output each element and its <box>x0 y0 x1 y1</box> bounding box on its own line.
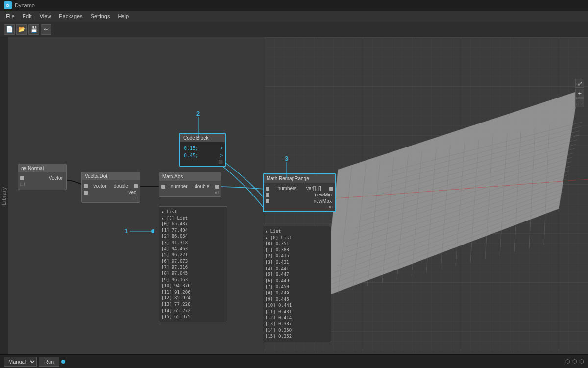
list2-item-1: [1] 0.388 <box>265 247 329 253</box>
new-button[interactable]: 📄 <box>4 24 15 35</box>
port-vec-in[interactable] <box>84 191 88 195</box>
annotation-2-line <box>198 117 199 137</box>
node-plane-normal-title: ne.Normal <box>21 166 44 171</box>
port-numbers-label: numbers <box>276 186 298 191</box>
list2-item-10: [10] 0.441 <box>265 302 329 309</box>
list2-item-4: [4] 0.441 <box>265 266 329 272</box>
menu-help[interactable]: Help <box>114 13 133 19</box>
remap-row-newmin: newMin <box>266 192 333 197</box>
port-numbers-in[interactable] <box>266 187 270 191</box>
node-code-block[interactable]: Code Block 0.15; > 0.45; > ⬛ <box>179 133 226 167</box>
list1-item-13: [13] 77.228 <box>161 301 225 308</box>
canvas: ne.Normal Vector □ ! Vector.Dot vector d… <box>8 37 588 354</box>
list-panel-1: ▴ List ▴ [0] List [0] 65.437 [1] 77.404 … <box>159 206 227 322</box>
port-double-out-abs[interactable] <box>215 185 219 189</box>
zoom-fit-button[interactable]: ⤢ <box>575 79 584 88</box>
list2-item-6: [6] 0.449 <box>265 278 329 284</box>
library-label: Library <box>1 187 7 205</box>
node-vector-dot-row1: vector double <box>84 183 138 189</box>
list2-item-0: [0] 0.351 <box>265 241 329 247</box>
node-math-abs-body: number double ■ ! <box>159 181 221 196</box>
menu-edit[interactable]: Edit <box>19 13 36 19</box>
port-double-out-label: double <box>112 183 130 189</box>
undo-button[interactable]: ↩ <box>41 24 51 35</box>
port-varout[interactable] <box>329 187 333 191</box>
menu-settings[interactable]: Settings <box>87 13 114 19</box>
status-icons: ⬡ ⬡ ⬡ <box>565 358 584 365</box>
code-out-2: > <box>220 153 223 158</box>
run-mode-select[interactable]: Manual <box>4 357 37 367</box>
menu-view[interactable]: View <box>36 13 55 19</box>
port-vector-in[interactable] <box>84 184 88 188</box>
menu-packages[interactable]: Packages <box>55 13 86 19</box>
save-button[interactable]: 💾 <box>28 24 39 35</box>
port-vector-in-label: vector <box>92 183 108 189</box>
port-varout-label: var[]..[] <box>305 186 323 191</box>
annotation-1-label: 1 <box>124 227 128 235</box>
port-number-in[interactable] <box>161 185 165 189</box>
port-double-out[interactable] <box>134 184 138 188</box>
remap-row-numbers: numbers var[]..[] <box>266 186 333 191</box>
list2-item-13: [13] 0.387 <box>265 321 329 327</box>
node-plane-normal[interactable]: ne.Normal Vector □ ! <box>18 164 67 190</box>
annotation-3-label: 3 <box>285 155 288 162</box>
code-block-row1: 0.15; > <box>182 145 223 151</box>
list2-item-9: [9] 0.446 <box>265 296 329 303</box>
node-plane-normal-row: Vector <box>20 175 64 181</box>
list1-item-1: [1] 77.404 <box>161 227 225 234</box>
app-title: Dynamo <box>15 2 35 8</box>
node-code-block-body: 0.15; > 0.45; > ⬛ <box>180 142 225 166</box>
port-vec-in-label: vec <box>127 190 138 195</box>
port-double-out-abs-label: double <box>193 184 211 189</box>
node-vector-dot-row2: vec <box>84 190 138 195</box>
list1-subtitle: ▴ [0] List <box>161 215 225 221</box>
node-math-abs-title: Math.Abs <box>162 174 183 179</box>
code-value-2: 0.45; <box>182 152 200 159</box>
port-vector-out[interactable] <box>20 176 24 180</box>
run-button[interactable]: Run <box>39 357 59 367</box>
list1-item-10: [10] 94.376 <box>161 283 225 289</box>
list1-item-8: [8] 97.045 <box>161 270 225 277</box>
code-block-row2: 0.45; > <box>182 152 223 159</box>
list2-title: ▴ List <box>265 228 329 235</box>
list1-item-12: [12] 85.924 <box>161 295 225 301</box>
zoom-controls: ⤢ + − <box>575 79 584 107</box>
annotation-1-group: 1 <box>124 227 154 235</box>
zoom-out-button[interactable]: − <box>575 98 584 107</box>
list2-item-5: [5] 0.447 <box>265 271 329 278</box>
menu-file[interactable]: File <box>2 13 19 19</box>
port-newmin-in[interactable] <box>266 193 270 197</box>
list1-item-2: [2] 86.064 <box>161 233 225 240</box>
port-newmax-in[interactable] <box>266 199 270 203</box>
list2-subtitle: ▴ [0] List <box>265 235 329 241</box>
list1-item-3: [3] 91.318 <box>161 240 225 246</box>
list1-item-5: [5] 96.221 <box>161 252 225 258</box>
list1-item-6: [6] 97.073 <box>161 258 225 265</box>
code-value-1: 0.15; <box>182 145 200 151</box>
list2-item-12: [12] 0.414 <box>265 315 329 321</box>
list2-item-14: [14] 0.350 <box>265 327 329 334</box>
node-vector-dot-body: vector double vec □ ! <box>82 180 140 202</box>
node-code-block-title: Code Block <box>183 135 208 141</box>
zoom-in-button[interactable]: + <box>575 89 584 98</box>
list1-item-9: [9] 96.163 <box>161 277 225 283</box>
node-vector-dot-header: Vector.Dot <box>82 172 140 180</box>
annotation-2-label: 2 <box>196 110 200 117</box>
node-math-abs[interactable]: Math.Abs number double ■ ! <box>159 172 221 197</box>
list1-item-4: [4] 94.463 <box>161 246 225 252</box>
list-panel-2: ▴ List ▴ [0] List [0] 0.351 [1] 0.388 [2… <box>263 226 331 342</box>
node-vector-dot[interactable]: Vector.Dot vector double vec □ ! <box>81 172 140 203</box>
library-sidebar[interactable]: Library <box>0 37 8 354</box>
node-math-remap[interactable]: Math.RemapRange numbers var[]..[] newMin… <box>263 173 336 212</box>
node-code-block-header: Code Block <box>180 134 225 142</box>
port-newmin-label: newMin <box>314 192 333 197</box>
status-icon-2: ⬡ <box>572 358 577 365</box>
toolbar: 📄 📂 💾 ↩ <box>0 22 588 37</box>
open-button[interactable]: 📂 <box>16 24 27 35</box>
port-newmax-label: newMax <box>312 198 333 204</box>
remap-row-newmax: newMax <box>266 198 333 204</box>
list2-item-11: [11] 0.431 <box>265 309 329 315</box>
node-vector-dot-title: Vector.Dot <box>85 173 107 179</box>
math-abs-port-row: number double <box>161 184 219 189</box>
node-math-remap-body: numbers var[]..[] newMin newMax ■ ! <box>264 183 335 211</box>
